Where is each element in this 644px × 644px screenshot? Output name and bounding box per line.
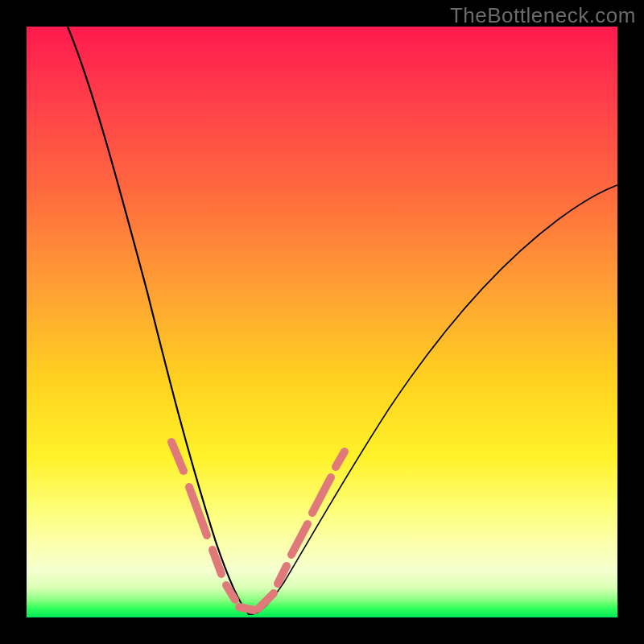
curve-left-branch: [68, 27, 249, 614]
dash-seg-5: [239, 607, 254, 610]
watermark-text: TheBottleneck.com: [450, 3, 636, 28]
dash-seg-8: [291, 524, 308, 555]
dash-seg-2: [189, 487, 207, 535]
curve-layer: [27, 27, 617, 617]
dash-overlay: [171, 442, 345, 610]
plot-area: [27, 27, 617, 617]
chart-frame: TheBottleneck.com: [0, 0, 644, 644]
curve-right-branch: [249, 185, 617, 614]
dash-seg-10: [336, 452, 345, 467]
dash-seg-1: [171, 442, 184, 471]
dash-seg-6: [258, 593, 274, 609]
